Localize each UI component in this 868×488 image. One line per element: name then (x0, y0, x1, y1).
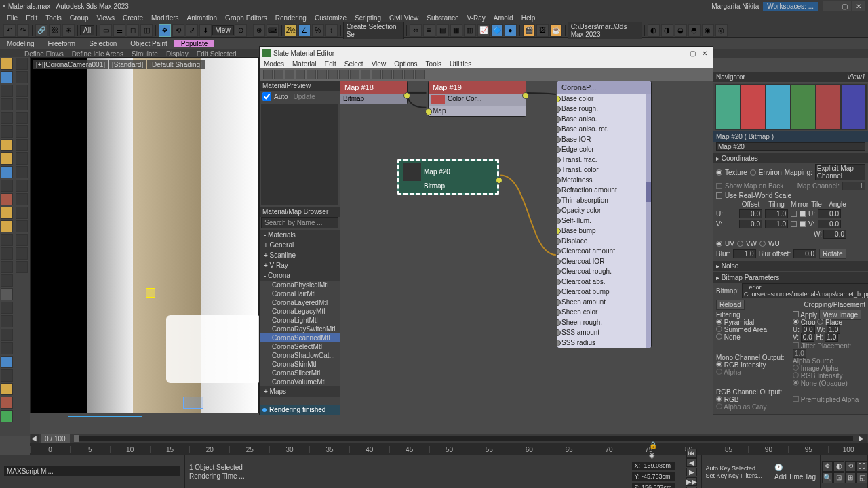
material-slot-port[interactable] (557, 157, 561, 163)
lt-icon-11[interactable] (1, 193, 13, 205)
scale-button[interactable]: ⤢ (186, 24, 198, 37)
lt-icon-21[interactable] (1, 329, 13, 341)
lt2-icon-16[interactable] (16, 261, 28, 273)
material-slot-transl-frac-[interactable]: Transl. frac. (557, 155, 651, 165)
show-map-back-checkbox[interactable] (716, 183, 722, 189)
material-slot-sss-amount[interactable]: SSS amount (557, 327, 651, 338)
timetag-icon[interactable]: 🕐 (774, 464, 784, 473)
material-slot-self-illum-[interactable]: Self-illum. (557, 216, 651, 226)
node-map18-output-port[interactable] (403, 92, 410, 99)
slate-close-button[interactable]: ✕ (699, 48, 710, 58)
mtl-skin[interactable]: CoronaSkinMtl (260, 360, 340, 369)
named-selection-set[interactable]: Create Selection Se (343, 22, 404, 39)
material-slot-port[interactable] (557, 197, 561, 204)
rotate-button[interactable]: Rotate (819, 249, 846, 259)
ribbon-selection[interactable]: Selection (82, 40, 123, 47)
slate-assign-button[interactable] (263, 70, 273, 79)
material-slot-transl-color[interactable]: Transl. color (557, 165, 651, 175)
slate-tb5[interactable] (307, 70, 316, 79)
mtl-layered[interactable]: CoronaLayeredMtl (260, 298, 340, 307)
navigator-viewtab[interactable]: View1 (847, 73, 865, 81)
viewport-style-label[interactable]: [Standard] (109, 60, 146, 69)
material-slot-port[interactable] (557, 207, 561, 214)
browser-search-input[interactable]: Search by Name ... (261, 217, 338, 228)
alpha-rgb-radio[interactable] (793, 372, 799, 378)
layer-explorer-button[interactable]: ▦ (450, 24, 462, 37)
real-world-scale-checkbox[interactable] (716, 192, 722, 199)
slate-tb2[interactable] (274, 70, 283, 79)
slate-tb15[interactable] (415, 70, 425, 79)
nav-zoomall-button[interactable]: ⊞ (845, 472, 856, 483)
mtl-volume[interactable]: CoronaVolumeMtl (260, 378, 340, 386)
mtl-select[interactable]: CoronaSelectMtl (260, 342, 340, 351)
mtl-shadowcatcher[interactable]: CoronaShadowCat... (260, 351, 340, 360)
cat-general[interactable]: + General (260, 240, 340, 250)
menu-substance[interactable]: Substance (422, 14, 462, 22)
ribbon-populate[interactable]: Populate (174, 40, 214, 47)
project-path[interactable]: C:\Users\mar..\3ds Max 2023 (568, 22, 642, 39)
mono-alpha-radio[interactable] (716, 369, 722, 375)
material-slot-port[interactable] (557, 136, 561, 143)
slate-menu-select[interactable]: Select (340, 60, 368, 68)
menu-group[interactable]: Group (66, 14, 93, 22)
slate-menu-modes[interactable]: Modes (260, 60, 288, 68)
rsub-edit[interactable]: Edit Selected (193, 50, 241, 58)
lt-icon-10[interactable] (1, 180, 13, 192)
slate-menu-options[interactable]: Options (390, 60, 421, 68)
node-map18[interactable]: Map #18 Bitmap (340, 81, 408, 104)
schematic-button[interactable]: 🔷 (491, 24, 503, 37)
play-first-button[interactable]: ⏮ (686, 449, 697, 458)
slate-minimize-button[interactable]: — (675, 48, 686, 58)
alpha-gray-radio[interactable] (716, 403, 722, 409)
lt-icon-23[interactable] (1, 356, 13, 368)
vray-tb2[interactable]: ◑ (661, 24, 673, 37)
lt-icon-20[interactable] (1, 315, 13, 327)
setkey-button[interactable]: Set Key (706, 472, 728, 479)
u-angle-spinner[interactable]: 0.0 (818, 209, 841, 218)
z-coord[interactable]: Z: 156.537cm (632, 483, 675, 488)
section-noise[interactable]: ▸ Noise (713, 261, 868, 271)
lt-icon-19[interactable] (1, 302, 13, 314)
menu-create[interactable]: Create (119, 14, 147, 22)
material-slot-port[interactable] (557, 248, 561, 255)
rgb-radio[interactable] (716, 396, 722, 402)
ribbon-objectpaint[interactable]: Object Paint (123, 40, 174, 47)
manip-button[interactable]: ⊕ (253, 24, 265, 37)
material-slot-opacity-color[interactable]: Opacity color (557, 205, 651, 216)
material-slot-port[interactable] (557, 289, 561, 296)
slate-tb13[interactable] (393, 70, 403, 79)
placement-button[interactable]: ⬇ (199, 24, 212, 37)
material-slot-thin-absorption[interactable]: Thin absorption (557, 195, 651, 205)
viewport-shading-label[interactable]: [Default Shading] (147, 60, 205, 69)
vray-tb6[interactable]: ◎ (715, 24, 728, 37)
material-slot-port[interactable] (557, 268, 561, 275)
cat-corona[interactable]: - Corona (260, 270, 340, 281)
lt2-icon-9[interactable] (16, 166, 28, 178)
material-slot-base-aniso-rot-[interactable]: Base aniso. rot. (557, 124, 651, 134)
material-slot-metalness[interactable]: Metalness (557, 175, 651, 185)
timeline-ruler[interactable]: 0510152025303540455055606570758085909510… (30, 443, 868, 455)
render-frame-button[interactable]: 🖼 (536, 24, 549, 37)
slate-tb6[interactable] (317, 70, 327, 79)
material-slot-base-rough-[interactable]: Base rough. (557, 104, 651, 114)
node-corona-material[interactable]: CoronaP... Base colorBase rough.Base ani… (557, 81, 652, 348)
reload-button[interactable]: Reload (716, 300, 745, 310)
section-bitmap-params[interactable]: ▸ Bitmap Parameters (713, 272, 868, 283)
mtl-scanned[interactable]: CoronaScannedMtl (260, 333, 340, 342)
lt2-icon-15[interactable] (16, 247, 28, 260)
maxscript-listener[interactable]: MAXScript Mi... (4, 466, 180, 476)
slate-menu-tools[interactable]: Tools (422, 60, 446, 68)
material-slot-port[interactable] (557, 228, 561, 235)
window-crossing-button[interactable]: ◫ (140, 24, 153, 37)
u-mirror-checkbox[interactable] (791, 211, 797, 217)
material-preview-thumbnail[interactable] (261, 104, 338, 205)
vray-tb5[interactable]: ◉ (702, 24, 714, 37)
track-prev-button[interactable]: ◀ (31, 434, 39, 443)
v-tiling-spinner[interactable]: 1.0 (765, 220, 788, 228)
ribbon-freeform[interactable]: Freeform (41, 40, 83, 47)
viewport[interactable]: [+][CoronaCamera001] [Standard] [Default… (30, 57, 259, 413)
menu-customize[interactable]: Customize (311, 14, 351, 22)
node-material-header[interactable]: CoronaP... (557, 81, 651, 94)
auto-preview-checkbox[interactable] (262, 92, 271, 101)
lt2-icon-12[interactable] (16, 207, 28, 219)
